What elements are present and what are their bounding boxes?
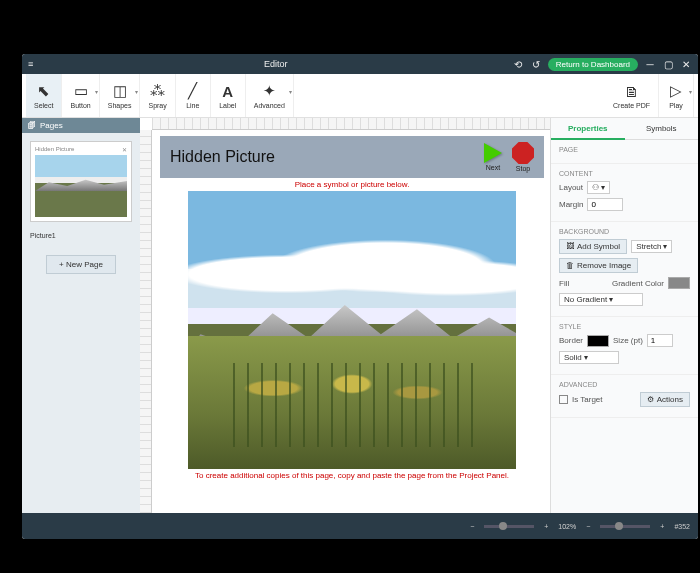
tool-label[interactable]: A Label [211,74,246,117]
toolbar: ⬉ Select ▭ Button ▾ ◫ Shapes ▾ ⁂ Spray ╱… [22,74,698,118]
tools-icon: ✦ [260,82,278,100]
window-title: Editor [40,59,512,69]
return-dashboard-button[interactable]: Return to Dashboard [548,58,638,71]
chevron-down-icon: ▾ [289,88,292,95]
zoom-plus-icon[interactable]: + [660,523,664,530]
properties-panel: Properties Symbols PAGE CONTENT Layout ⚇… [550,118,698,513]
pdf-icon: 🗎 [623,82,641,100]
section-title: ADVANCED [559,381,690,388]
tool-play[interactable]: ▷ Play ▾ [659,74,694,117]
section-title: BACKGROUND [559,228,690,235]
statusbar: − + 102% − + #352 [22,513,698,539]
pages-header-label: Pages [40,121,63,130]
thumb-name: Picture1 [30,232,132,239]
section-style: STYLE Border Size (pt) Solid ▾ [551,317,698,375]
arrow-right-icon [484,143,502,163]
thumb-close-icon[interactable]: ✕ [122,146,127,153]
zoom-minus-icon[interactable]: − [470,523,474,530]
tool-shapes[interactable]: ◫ Shapes ▾ [100,74,141,117]
layout-label: Layout [559,183,583,192]
titlebar: ≡ Editor ⟲ ↺ Return to Dashboard ─ ▢ ✕ [22,54,698,74]
chevron-down-icon: ▾ [95,88,98,95]
section-page: PAGE [551,140,698,164]
tool-spray[interactable]: ⁂ Spray [140,74,175,117]
main-image[interactable] [188,191,516,469]
tool-label: Button [70,102,90,109]
line-icon: ╱ [184,82,202,100]
tab-symbols[interactable]: Symbols [625,118,699,140]
line-style-select[interactable]: Solid ▾ [559,351,619,364]
actions-button[interactable]: ⚙Actions [640,392,690,407]
zoom-value-2: #352 [674,523,690,530]
layout-select[interactable]: ⚇ ▾ [587,181,610,194]
fill-label: Fill [559,279,569,288]
is-target-checkbox[interactable] [559,395,568,404]
thumb-image [35,155,127,217]
properties-tabs: Properties Symbols [551,118,698,140]
page-canvas[interactable]: Hidden Picture Next Stop Place a symbol … [160,136,544,509]
refresh-icon[interactable]: ⟲ [512,58,524,70]
section-title: PAGE [559,146,690,153]
is-target-label: Is Target [572,395,603,404]
tool-button[interactable]: ▭ Button ▾ [62,74,99,117]
trash-icon: 🗑 [566,261,574,270]
close-icon[interactable]: ✕ [680,58,692,70]
zoom-minus-icon[interactable]: − [586,523,590,530]
zoom-plus-icon[interactable]: + [544,523,548,530]
zoom-value-1: 102% [558,523,576,530]
instruction-top: Place a symbol or picture below. [160,178,544,191]
section-background: BACKGROUND 🖼Add Symbol Stretch ▾ 🗑Remove… [551,222,698,317]
gradient-select[interactable]: No Gradient ▾ [559,293,643,306]
gradient-color-swatch[interactable] [668,277,690,289]
zoom-slider-2[interactable] [600,525,650,528]
tool-label: Create PDF [613,102,650,109]
hamburger-icon[interactable]: ≡ [28,59,40,69]
plus-icon: + [59,260,64,269]
document-icon: 🗐 [28,121,36,130]
margin-input[interactable] [587,198,623,211]
tool-label: Label [219,102,236,109]
add-symbol-button[interactable]: 🖼Add Symbol [559,239,627,254]
remove-image-button[interactable]: 🗑Remove Image [559,258,638,273]
tool-line[interactable]: ╱ Line [176,74,211,117]
tool-label: Advanced [254,102,285,109]
text-icon: A [219,82,237,100]
undo-icon[interactable]: ↺ [530,58,542,70]
ruler-vertical [140,130,152,513]
pages-header: 🗐 Pages [22,118,140,133]
border-color-swatch[interactable] [587,335,609,347]
thumb-title: Hidden Picture [35,146,74,153]
gradient-color-label: Gradient Color [612,279,664,288]
new-page-button[interactable]: + New Page [46,255,116,274]
section-title: STYLE [559,323,690,330]
person-icon: ⚇ [592,183,599,192]
new-page-label: New Page [66,260,103,269]
stretch-select[interactable]: Stretch ▾ [631,240,672,253]
section-title: CONTENT [559,170,690,177]
next-label: Next [486,164,500,171]
shapes-icon: ◫ [111,82,129,100]
section-advanced: ADVANCED Is Target ⚙Actions [551,375,698,418]
tool-select[interactable]: ⬉ Select [26,74,62,117]
play-icon: ▷ [667,82,685,100]
margin-label: Margin [559,200,583,209]
zoom-slider-1[interactable] [484,525,534,528]
minimize-icon[interactable]: ─ [644,58,656,70]
page-thumbnail[interactable]: Hidden Picture ✕ [30,141,132,222]
image-icon: 🖼 [566,242,574,251]
tool-create-pdf[interactable]: 🗎 Create PDF [605,74,659,117]
titlebar-right: ⟲ ↺ Return to Dashboard ─ ▢ ✕ [512,58,692,71]
stop-label: Stop [516,165,530,172]
next-button[interactable]: Next [484,143,502,171]
canvas-area[interactable]: Hidden Picture Next Stop Place a symbol … [140,118,550,513]
tool-label: Select [34,102,53,109]
tool-label: Shapes [108,102,132,109]
tool-advanced[interactable]: ✦ Advanced ▾ [246,74,294,117]
maximize-icon[interactable]: ▢ [662,58,674,70]
tab-properties[interactable]: Properties [551,118,625,140]
chevron-down-icon: ▾ [135,88,138,95]
spray-icon: ⁂ [149,82,167,100]
stop-button[interactable]: Stop [512,142,534,172]
size-input[interactable] [647,334,673,347]
chevron-down-icon: ▾ [689,88,692,95]
